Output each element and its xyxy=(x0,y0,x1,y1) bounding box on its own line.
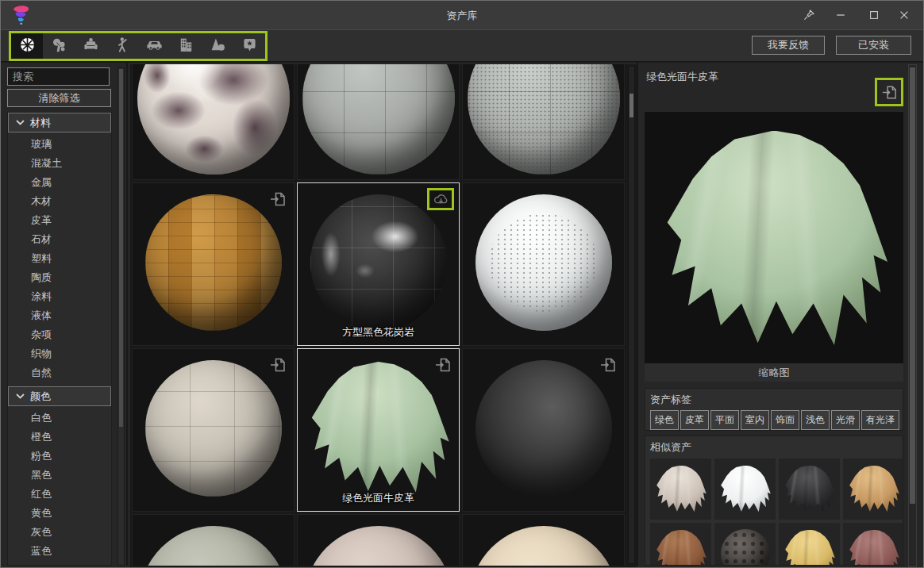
tag-chip-0[interactable]: 绿色 xyxy=(650,410,679,430)
toolbar-tab-characters[interactable] xyxy=(106,33,138,59)
category-tabs-highlight-box xyxy=(9,31,268,61)
chevron-down-icon xyxy=(16,117,25,129)
similar-asset-brown-cloth[interactable] xyxy=(650,523,711,566)
asset-thumbnail xyxy=(475,194,612,331)
section-items-0: 玻璃混凝土金属木材皮革石材塑料陶质涂料液体杂项织物自然 xyxy=(8,132,111,386)
furniture-icon xyxy=(82,36,100,56)
sidebar-item-0-2[interactable]: 金属 xyxy=(8,173,111,192)
download-icon[interactable] xyxy=(427,188,454,210)
toolbar-tab-shapes[interactable] xyxy=(202,33,233,59)
tag-chip-7[interactable]: 有光泽 xyxy=(861,410,899,430)
sidebar-item-1-7[interactable]: 蓝色 xyxy=(8,542,111,561)
sidebar-item-0-10[interactable]: 杂项 xyxy=(8,325,111,344)
characters-icon xyxy=(114,36,132,56)
sidebar-item-0-4[interactable]: 皮革 xyxy=(8,211,111,230)
sidebar-item-1-0[interactable]: 白色 xyxy=(8,409,111,428)
sidebar-item-0-8[interactable]: 涂料 xyxy=(8,287,111,306)
asset-tile-marble[interactable] xyxy=(132,64,295,180)
similar-asset-white-cloth[interactable] xyxy=(714,459,776,520)
tag-chip-6[interactable]: 光滑 xyxy=(831,410,860,430)
asset-tile-concrete[interactable] xyxy=(297,64,460,180)
asset-thumbnail xyxy=(145,194,282,331)
export-icon[interactable] xyxy=(433,355,453,375)
section-header-0[interactable]: 材料 xyxy=(8,113,111,132)
asset-tags-title: 资产标签 xyxy=(650,393,898,407)
asset-thumbnail xyxy=(310,194,447,331)
asset-tile-wood-parquet[interactable] xyxy=(132,182,295,346)
asset-tile-green-leather[interactable]: 绿色光面牛皮革 xyxy=(297,348,460,512)
sidebar-item-0-6[interactable]: 塑料 xyxy=(8,249,111,268)
export-icon[interactable] xyxy=(268,355,288,375)
sidebar-item-1-3[interactable]: 黑色 xyxy=(8,466,111,485)
sidebar-item-0-9[interactable]: 液体 xyxy=(8,306,111,325)
sidebar-item-0-12[interactable]: 自然 xyxy=(8,363,111,382)
asset-tile-speckled-tile[interactable] xyxy=(462,64,625,180)
feedback-button[interactable]: 我要反馈 xyxy=(752,36,825,55)
tag-chip-1[interactable]: 皮革 xyxy=(680,410,709,430)
asset-tile-sage-plaster[interactable] xyxy=(132,514,295,566)
asset-tile-blush-plaster[interactable] xyxy=(297,514,460,566)
similar-asset-thumbnail xyxy=(848,466,900,513)
title-bar: 资产库 xyxy=(1,1,923,29)
tag-chip-2[interactable]: 平面 xyxy=(710,410,739,430)
toolbar-tab-furniture[interactable] xyxy=(75,33,106,59)
asset-tile-black-matte[interactable] xyxy=(462,348,625,512)
preview-cloth-render xyxy=(658,131,890,350)
section-header-1[interactable]: 颜色 xyxy=(8,386,111,406)
similar-asset-tan-cloth[interactable] xyxy=(843,459,903,520)
close-icon[interactable] xyxy=(895,6,914,24)
tag-chip-5[interactable]: 浅色 xyxy=(801,410,830,430)
similar-asset-gold-cloth[interactable] xyxy=(779,523,840,566)
asset-thumbnail xyxy=(305,526,452,566)
asset-preview-image xyxy=(645,112,903,363)
installed-button[interactable]: 已安装 xyxy=(836,36,911,55)
asset-tile-cream-leather[interactable] xyxy=(132,348,295,512)
similar-assets-title: 相似资产 xyxy=(650,440,898,455)
export-icon[interactable] xyxy=(598,355,618,375)
clear-filter-button[interactable]: 清除筛选 xyxy=(7,89,111,107)
asset-tile-black-granite[interactable]: 方型黑色花岗岩 xyxy=(297,182,460,346)
sidebar-item-0-3[interactable]: 木材 xyxy=(8,192,111,211)
detail-scrollbar[interactable] xyxy=(908,64,917,567)
asset-detail-title: 绿色光面牛皮革 xyxy=(646,70,718,84)
grid-scrollbar[interactable] xyxy=(628,66,635,564)
similar-asset-maroon-cloth[interactable] xyxy=(843,523,903,566)
sidebar-item-0-1[interactable]: 混凝土 xyxy=(8,154,111,173)
minimize-icon[interactable] xyxy=(831,6,850,24)
toolbar-tab-vehicles[interactable] xyxy=(138,33,170,59)
asset-grid-area: 方型黑色花岗岩绿色光面牛皮革 xyxy=(130,64,637,567)
sidebar-item-0-0[interactable]: 玻璃 xyxy=(8,135,111,154)
similar-asset-thumbnail xyxy=(783,466,836,513)
maximize-icon[interactable] xyxy=(864,6,884,24)
similar-asset-studded-dark[interactable] xyxy=(714,523,776,566)
search-input[interactable] xyxy=(7,67,110,86)
sidebar-item-1-1[interactable]: 橙色 xyxy=(8,428,111,447)
asset-thumbnail xyxy=(302,64,455,175)
toolbar-tab-buildings[interactable] xyxy=(170,33,202,59)
tag-chip-3[interactable]: 室内 xyxy=(741,410,769,430)
asset-tile-perforated-panel[interactable] xyxy=(462,182,625,346)
toolbar-tab-materials[interactable] xyxy=(11,33,43,59)
toolbar-tab-vegetation[interactable] xyxy=(43,33,75,59)
asset-tile-cream-plaster[interactable] xyxy=(462,514,625,566)
sidebar-item-1-5[interactable]: 黄色 xyxy=(8,504,111,523)
asset-thumbnail xyxy=(475,360,612,497)
sidebar-item-1-6[interactable]: 灰色 xyxy=(8,523,111,542)
tag-chip-4[interactable]: 饰面 xyxy=(771,410,799,430)
similar-asset-thumbnail xyxy=(721,529,770,566)
sidebar-item-1-4[interactable]: 红色 xyxy=(8,485,111,504)
sidebar-item-0-7[interactable]: 陶质 xyxy=(8,268,111,287)
sidebar-scrollbar[interactable] xyxy=(117,67,125,566)
sidebar-item-0-11[interactable]: 织物 xyxy=(8,344,111,363)
separator xyxy=(637,63,638,566)
toolbar-tab-decals[interactable] xyxy=(233,33,265,59)
export-to-scene-icon[interactable] xyxy=(875,78,903,106)
asset-tags-section: 资产标签 绿色皮革平面室内饰面浅色光滑有光泽 xyxy=(645,388,903,431)
export-icon[interactable] xyxy=(268,189,288,209)
pin-icon[interactable] xyxy=(799,6,818,24)
sidebar-item-0-5[interactable]: 石材 xyxy=(8,230,111,249)
similar-asset-black-cloth[interactable] xyxy=(779,459,840,520)
similar-asset-cream-cloth[interactable] xyxy=(650,459,711,520)
vehicles-icon xyxy=(145,36,164,56)
sidebar-item-1-2[interactable]: 粉色 xyxy=(8,447,111,466)
